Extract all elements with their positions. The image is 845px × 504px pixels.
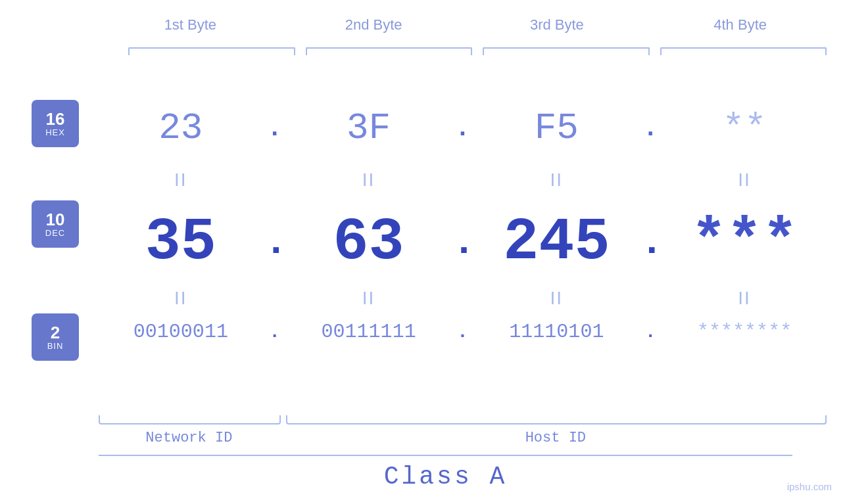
- hex-badge: 16 HEX: [32, 100, 79, 147]
- values-grid: 23 . 3F . F5 . ** II II II II: [99, 58, 827, 465]
- hex-dot-2: .: [451, 114, 475, 143]
- host-id-label: Host ID: [285, 430, 827, 446]
- dec-b2: 63: [287, 209, 451, 276]
- hex-b4: **: [662, 107, 827, 149]
- class-divider: [99, 455, 792, 456]
- dec-badge-num: 10: [46, 211, 65, 228]
- dec-badge-label: DEC: [45, 228, 65, 238]
- hex-b2: 3F: [287, 107, 451, 149]
- hex-row: 23 . 3F . F5 . **: [99, 107, 827, 149]
- dec-b4: ***: [662, 209, 827, 276]
- dec-badge: 10 DEC: [32, 200, 79, 248]
- network-id-label: Network ID: [99, 430, 279, 446]
- eq-1-b4: II: [662, 170, 827, 191]
- dec-b1: 35: [99, 209, 263, 276]
- bin-b2: 00111111: [287, 321, 451, 343]
- bracket-1: [128, 47, 295, 55]
- eq-2-b3: II: [475, 288, 639, 309]
- bin-b1: 00100011: [99, 321, 263, 343]
- class-row: Class A: [99, 455, 792, 491]
- bottom-section: Network ID Host ID: [99, 415, 827, 446]
- col-header-3: 3rd Byte: [466, 16, 649, 34]
- eq-1-b1: II: [99, 170, 263, 191]
- col-header-1: 1st Byte: [99, 16, 282, 34]
- eq-1-b3: II: [475, 170, 639, 191]
- net-id-bracket: [99, 415, 281, 424]
- hex-badge-label: HEX: [45, 127, 65, 137]
- top-brackets: [128, 47, 827, 55]
- class-label: Class A: [99, 463, 792, 491]
- bin-dot-2: .: [451, 322, 475, 342]
- eq-row-2: II II II II: [99, 288, 827, 309]
- bin-badge-num: 2: [51, 324, 60, 341]
- hex-dot-1: .: [263, 114, 287, 143]
- hex-dot-3: .: [639, 114, 662, 143]
- hex-b3: F5: [475, 107, 639, 149]
- hex-b1: 23: [99, 107, 263, 149]
- id-labels: Network ID Host ID: [99, 430, 827, 446]
- bin-b4: ********: [662, 321, 827, 343]
- hex-badge-num: 16: [46, 110, 65, 127]
- bin-dot-1: .: [263, 322, 287, 342]
- dec-dot-3: .: [639, 220, 662, 265]
- eq-1-b2: II: [287, 170, 451, 191]
- bracket-3: [483, 47, 650, 55]
- bin-badge: 2 BIN: [32, 313, 79, 361]
- bracket-2: [306, 47, 473, 55]
- bin-badge-label: BIN: [47, 341, 64, 351]
- main-container: 16 HEX 10 DEC 2 BIN 1st Byte 2nd Byte 3r…: [0, 0, 845, 504]
- eq-2-b1: II: [99, 288, 263, 309]
- col-header-2: 2nd Byte: [282, 16, 466, 34]
- dec-b3: 245: [475, 209, 639, 276]
- column-headers: 1st Byte 2nd Byte 3rd Byte 4th Byte: [99, 16, 832, 34]
- eq-2-b2: II: [287, 288, 451, 309]
- bin-row: 00100011 . 00111111 . 11110101 . *******…: [99, 321, 827, 343]
- eq-row-1: II II II II: [99, 170, 827, 191]
- bin-b3: 11110101: [475, 321, 639, 343]
- bracket-4: [660, 47, 827, 55]
- dec-dot-2: .: [451, 220, 475, 265]
- bottom-brackets: [99, 415, 827, 424]
- watermark: ipshu.com: [787, 481, 832, 492]
- col-header-4: 4th Byte: [648, 16, 832, 34]
- dec-dot-1: .: [263, 220, 287, 265]
- bin-dot-3: .: [639, 322, 662, 342]
- host-id-bracket: [286, 415, 827, 424]
- eq-2-b4: II: [662, 288, 827, 309]
- dec-row: 35 . 63 . 245 . ***: [99, 209, 827, 276]
